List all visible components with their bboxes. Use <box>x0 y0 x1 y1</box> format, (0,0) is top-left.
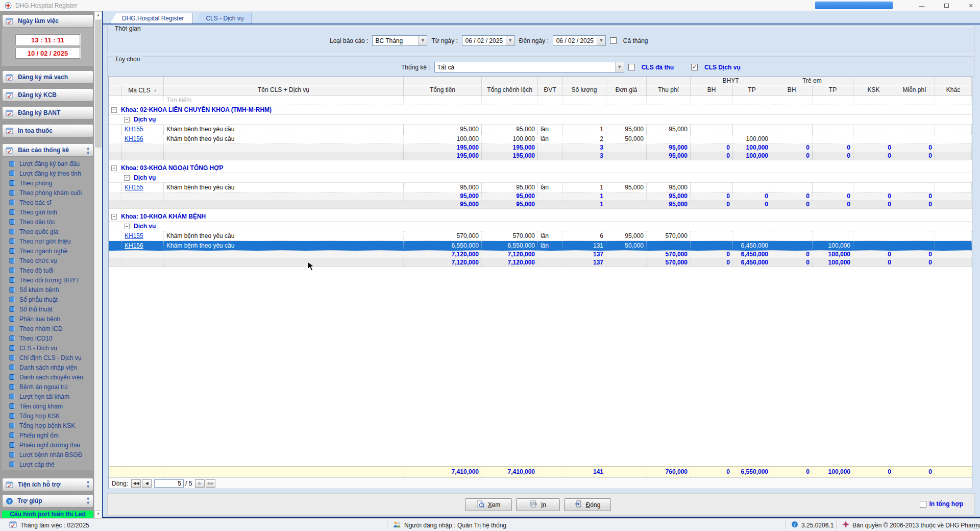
sidebar-report-item[interactable]: Phiếu nghỉ dưỡng thai <box>2 440 93 450</box>
sidebar-report-item[interactable]: Theo phòng <box>2 178 93 188</box>
sidebar-report-item[interactable]: Theo ngành nghề <box>2 246 93 256</box>
col-treem-tp[interactable]: TP <box>813 85 853 95</box>
sidebar-report-item[interactable]: Danh sách nhập viện <box>2 363 93 372</box>
sidebar-report-item[interactable]: Theo chức vụ <box>2 256 93 266</box>
chevron-down-icon[interactable]: ▼▼ <box>86 480 90 489</box>
sidebar-group-đăng-ký-mã-vạch[interactable]: Đăng ký mã vạch <box>2 70 93 84</box>
titlebar-blue-indicator[interactable] <box>815 2 893 9</box>
table-row[interactable]: KH155Khám bệnh theo yêu cầu570,000570,00… <box>109 231 972 241</box>
page-input[interactable]: 5 <box>154 479 184 488</box>
collapse-icon[interactable]: − <box>111 165 117 171</box>
chevron-down-icon[interactable]: ▼▼ <box>86 497 90 505</box>
sidebar-report-item[interactable]: Phân loại bệnh <box>2 314 93 324</box>
chevron-down-icon[interactable]: ▼ <box>597 36 605 45</box>
group-row-dichvu[interactable]: −Dịch vụ <box>109 115 972 125</box>
group-row-khoa[interactable]: −Khoa: 02-KHOA LIÊN CHUYÊN KHOA (TMH-M-R… <box>109 105 972 115</box>
collapse-icon[interactable]: − <box>124 117 130 123</box>
collapse-icon[interactable]: − <box>124 224 130 229</box>
col-so-luong[interactable]: Số lượng <box>562 85 606 95</box>
col-don-gia[interactable]: Đơn giá <box>606 85 647 95</box>
sidebar-report-item[interactable]: Theo phòng khám cuối <box>2 188 93 198</box>
col-khac[interactable]: Khác <box>935 85 972 95</box>
sidebar-scrollbar[interactable]: ▲ ▼ <box>94 11 102 518</box>
collapse-icon[interactable]: − <box>111 107 117 113</box>
cls-service-checkbox[interactable]: ✓ <box>691 64 698 70</box>
sidebar-report-item[interactable]: Theo bác sĩ <box>2 198 93 207</box>
chevron-down-icon[interactable]: ▼ <box>506 36 514 45</box>
sidebar-group-đăng-ký-bant[interactable]: Đăng ký BANT <box>2 106 93 119</box>
sidebar-report-item[interactable]: Theo giới tính <box>2 207 93 217</box>
sidebar-report-item[interactable]: Theo độ tuổi <box>2 266 93 275</box>
sidebar-report-item[interactable]: Theo dân tộc <box>2 217 93 227</box>
table-row[interactable]: KH155Khám bệnh theo yêu cầu95,00095,000l… <box>109 125 972 134</box>
table-row-selected[interactable]: KH156Khám bệnh theo yêu cầu6,550,0006,55… <box>109 241 972 251</box>
group-total-row[interactable]: 195,000195,000395,0000100,0000000 <box>109 152 972 160</box>
cls-code-link[interactable]: KH155 <box>125 184 143 191</box>
collapse-icon[interactable]: − <box>111 214 117 220</box>
sidebar-group-trợ-giúp[interactable]: ?Trợ giúp▼▼ <box>2 494 93 508</box>
sidebar-report-item[interactable]: Lượt bệnh nhân BSGĐ <box>2 450 93 460</box>
maximize-button[interactable] <box>935 0 958 11</box>
subtotal-row[interactable]: 95,00095,000195,000000000 <box>109 192 972 201</box>
from-date-input[interactable]: 06 / 02 / 2025 ▼ <box>462 35 515 46</box>
sidebar-report-item[interactable]: Theo nhóm ICD <box>2 324 93 333</box>
sidebar-report-item[interactable]: Tổng hợp bệnh KSK <box>2 421 93 430</box>
col-tong-tien[interactable]: Tổng tiền <box>404 85 482 95</box>
sidebar-report-item[interactable]: Tiền công khám <box>2 401 93 411</box>
group-total-row[interactable]: 7,120,0007,120,000137570,00006,450,00001… <box>109 259 972 267</box>
col-treem-bh[interactable]: BH <box>771 85 813 95</box>
print-summary-checkbox[interactable] <box>920 501 926 508</box>
sidebar-report-item[interactable]: Phiếu nghỉ ốm <box>2 430 93 440</box>
next-page-icon[interactable]: ▶ <box>195 479 205 488</box>
sidebar-report-item[interactable]: Theo quốc gia <box>2 227 93 236</box>
chevron-up-icon[interactable]: ▲▲ <box>86 146 90 154</box>
sidebar-group-in-toa-thuốc[interactable]: In toa thuốc <box>2 124 93 137</box>
sidebar-section-date[interactable]: Ngày làm việc <box>2 14 93 28</box>
scroll-down-icon[interactable]: ▼ <box>94 510 102 518</box>
resize-grip[interactable] <box>973 524 979 530</box>
report-type-select[interactable]: BC Tháng ▼ <box>372 35 427 46</box>
col-ma-cls[interactable]: Mã CLS▲ <box>122 85 164 95</box>
scroll-up-icon[interactable]: ▲ <box>94 11 102 19</box>
whole-month-checkbox[interactable] <box>610 37 617 44</box>
col-bhyt-bh[interactable]: BH <box>691 85 733 95</box>
tab-hospital-register[interactable]: DHG.Hospital Register <box>110 13 192 23</box>
cls-code-link[interactable]: KH156 <box>125 242 143 249</box>
cls-code-link[interactable]: KH155 <box>125 126 143 133</box>
group-total-row[interactable]: 95,00095,000195,000000000 <box>109 201 972 209</box>
sidebar-group-tiện-ích-hỗ-trợ[interactable]: Tiện ích hỗ trợ▼▼ <box>2 478 93 491</box>
cls-code-link[interactable]: KH155 <box>125 232 143 239</box>
sidebar-report-item[interactable]: Bệnh án ngoại trú <box>2 382 93 392</box>
table-row[interactable]: KH156Khám bệnh theo yêu cầu100,000100,00… <box>109 134 972 144</box>
led-config-link[interactable]: Cấu hình port hiển thị Led <box>2 511 93 518</box>
table-row[interactable]: KH155Khám bệnh theo yêu cầu95,00095,000l… <box>109 183 972 192</box>
scrollbar-thumb[interactable] <box>95 20 102 148</box>
sidebar-report-item[interactable]: Sổ khám bệnh <box>2 285 93 295</box>
sidebar-report-item[interactable]: Lượt cấp thẻ <box>2 460 93 469</box>
prev-page-icon[interactable]: ◀ <box>142 479 152 488</box>
group-row-khoa[interactable]: −Khoa: 03-KHOA NGOẠI TỔNG HỢP <box>109 163 972 173</box>
sidebar-report-item[interactable]: Tổng hợp KSK <box>2 411 93 421</box>
close-icon[interactable]: ✕ <box>960 0 980 11</box>
cls-code-link[interactable]: KH156 <box>125 135 143 142</box>
minimize-button[interactable]: — <box>911 0 933 11</box>
col-thu-phi[interactable]: Thu phí <box>647 85 691 95</box>
last-page-icon[interactable]: ▶▶ <box>206 479 215 488</box>
subtotal-row[interactable]: 7,120,0007,120,000137570,00006,450,00001… <box>109 251 972 259</box>
group-row-khoa[interactable]: −Khoa: 10-KHOA KHÁM BỆNH <box>109 212 972 222</box>
col-dvt[interactable]: ĐVT <box>538 85 562 95</box>
sidebar-report-item[interactable]: Chỉ định CLS - Dịch vụ <box>2 353 93 363</box>
sidebar-report-item[interactable]: Theo ICD10 <box>2 333 93 343</box>
first-page-icon[interactable]: ◀◀ <box>131 479 141 488</box>
filter-ma-cls[interactable] <box>122 95 164 105</box>
collapse-icon[interactable]: − <box>124 175 130 181</box>
to-date-input[interactable]: 06 / 02 / 2025 ▼ <box>553 35 606 46</box>
col-ksk[interactable]: KSK <box>853 85 894 95</box>
sidebar-report-item[interactable]: Lượt đăng ký ban đầu <box>2 159 93 168</box>
sidebar-report-item[interactable]: Theo nơi giới thiệu <box>2 236 93 246</box>
sidebar-report-item[interactable]: Lượt đăng ký theo tỉnh <box>2 168 93 178</box>
chevron-down-icon[interactable]: ▼ <box>418 36 427 45</box>
sidebar-report-item[interactable]: Lượt hẹn tái khám <box>2 392 93 401</box>
group-row-dichvu[interactable]: −Dịch vụ <box>109 222 972 231</box>
cls-collected-checkbox[interactable] <box>628 64 635 70</box>
